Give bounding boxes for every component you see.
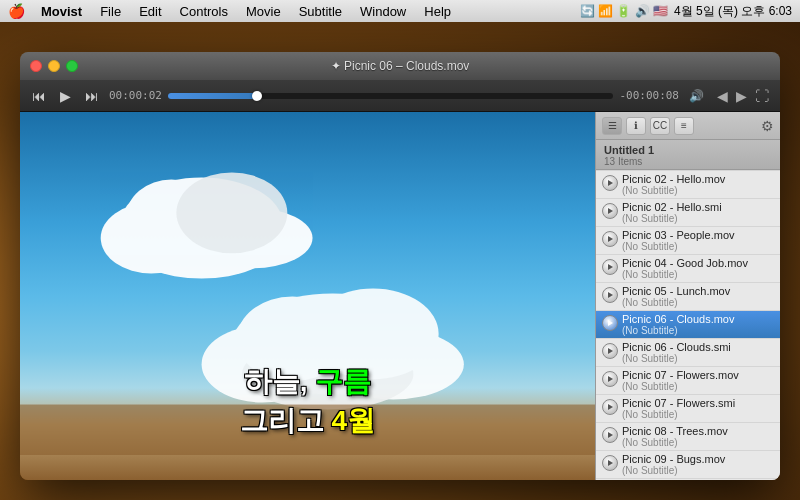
subtitle-line-1: 하늘, 구름 — [20, 362, 595, 401]
menu-controls[interactable]: Controls — [172, 2, 236, 21]
file-subtitle: (No Subtitle) — [622, 185, 774, 196]
sidebar-toolbar: ☰ ℹ CC ≡ ⚙ — [596, 112, 780, 140]
file-name: Picnic 09 - Bugs.mov — [622, 453, 774, 465]
file-subtitle: (No Subtitle) — [622, 269, 774, 280]
play-icon — [608, 320, 613, 326]
play-icon — [608, 180, 613, 186]
file-list-item[interactable]: Picnic 07 - Flowers.smi(No Subtitle) — [596, 395, 780, 423]
play-icon — [608, 264, 613, 270]
file-list-item[interactable]: Picnic 07 - Flowers.mov(No Subtitle) — [596, 367, 780, 395]
controls-bar: ⏮ ▶ ⏭ 00:00:02 -00:00:08 🔊 ◀ ▶ ⛶ — [20, 80, 780, 112]
file-name: Picnic 06 - Clouds.smi — [622, 341, 774, 353]
sidebar-folder-title: Untitled 1 — [604, 144, 772, 156]
file-subtitle: (No Subtitle) — [622, 213, 774, 224]
apple-menu[interactable]: 🍎 — [8, 3, 25, 19]
sidebar-info-btn[interactable]: ℹ — [626, 117, 646, 135]
clock: 4월 5일 (목) 오후 6:03 — [674, 3, 792, 20]
file-list-item[interactable]: Picnic 06 - Clouds.mov(No Subtitle) — [596, 311, 780, 339]
file-icon — [602, 455, 618, 471]
file-list-item[interactable]: Picnic 02 - Hello.smi(No Subtitle) — [596, 199, 780, 227]
menu-subtitle[interactable]: Subtitle — [291, 2, 350, 21]
title-bar: ✦ Picnic 06 – Clouds.mov — [20, 52, 780, 80]
file-list-item[interactable]: Picnic 09 - Bugs.mov(No Subtitle) — [596, 451, 780, 479]
file-name: Picnic 04 - Good Job.mov — [622, 257, 774, 269]
file-list-item[interactable]: Picnic 04 - Good Job.mov(No Subtitle) — [596, 255, 780, 283]
progress-fill — [168, 93, 257, 99]
sidebar-item-count: 13 Items — [604, 156, 772, 167]
play-icon — [608, 432, 613, 438]
nav-arrows: ◀ ▶ ⛶ — [714, 86, 772, 106]
file-subtitle: (No Subtitle) — [622, 465, 774, 476]
subtitle-line-2: 그리고 4월 — [20, 401, 595, 440]
play-icon — [608, 208, 613, 214]
file-icon — [602, 315, 618, 331]
progress-knob[interactable] — [252, 91, 262, 101]
file-list-item[interactable]: Picnic 03 - People.mov(No Subtitle) — [596, 227, 780, 255]
file-subtitle: (No Subtitle) — [622, 409, 774, 420]
play-button[interactable]: ▶ — [56, 86, 75, 106]
time-remaining: -00:00:08 — [619, 89, 679, 102]
main-content: 하늘, 구름 그리고 4월 ☰ ℹ CC ≡ ⚙ — [20, 112, 780, 480]
volume-icon[interactable]: 🔊 — [685, 87, 708, 105]
app-window: ✦ Picnic 06 – Clouds.mov ⏮ ▶ ⏭ 00:00:02 … — [20, 52, 780, 480]
file-subtitle: (No Subtitle) — [622, 241, 774, 252]
file-icon — [602, 399, 618, 415]
file-subtitle: (No Subtitle) — [622, 325, 774, 336]
sidebar-subtitle-btn[interactable]: CC — [650, 117, 670, 135]
file-name: Picnic 06 - Clouds.mov — [622, 313, 774, 325]
time-current: 00:00:02 — [109, 89, 162, 102]
file-list-item[interactable]: Picnic 10 - Softball.mov(No Subtitle) — [596, 479, 780, 480]
file-list[interactable]: Picnic 00 - Morning.mov(No Subtitle)Picn… — [596, 170, 780, 480]
traffic-lights — [30, 60, 78, 72]
file-subtitle: (No Subtitle) — [622, 381, 774, 392]
menu-movie[interactable]: Movie — [238, 2, 289, 21]
sidebar-list-btn[interactable]: ☰ — [602, 117, 622, 135]
skip-forward-button[interactable]: ⏭ — [81, 86, 103, 106]
file-name: Picnic 08 - Trees.mov — [622, 425, 774, 437]
file-icon — [602, 427, 618, 443]
file-subtitle: (No Subtitle) — [622, 297, 774, 308]
menu-window[interactable]: Window — [352, 2, 414, 21]
menu-file[interactable]: File — [92, 2, 129, 21]
subtitle-overlay: 하늘, 구름 그리고 4월 — [20, 362, 595, 440]
file-icon — [602, 259, 618, 275]
nav-left-button[interactable]: ◀ — [714, 86, 731, 106]
window-title: ✦ Picnic 06 – Clouds.mov — [331, 59, 470, 73]
svg-point-5 — [176, 173, 287, 254]
file-list-item[interactable]: Picnic 05 - Lunch.mov(No Subtitle) — [596, 283, 780, 311]
maximize-button[interactable] — [66, 60, 78, 72]
menu-bar: 🍎 Movist File Edit Controls Movie Subtit… — [0, 0, 800, 22]
file-subtitle: (No Subtitle) — [622, 437, 774, 448]
sidebar-header: Untitled 1 13 Items — [596, 140, 780, 170]
file-list-item[interactable]: Picnic 06 - Clouds.smi(No Subtitle) — [596, 339, 780, 367]
file-subtitle: (No Subtitle) — [622, 353, 774, 364]
progress-bar[interactable] — [168, 93, 613, 99]
play-icon — [608, 348, 613, 354]
sidebar-chapters-btn[interactable]: ≡ — [674, 117, 694, 135]
close-button[interactable] — [30, 60, 42, 72]
file-list-item[interactable]: Picnic 08 - Trees.mov(No Subtitle) — [596, 423, 780, 451]
play-icon — [608, 460, 613, 466]
file-icon — [602, 203, 618, 219]
fullscreen-button[interactable]: ⛶ — [752, 86, 772, 106]
file-name: Picnic 02 - Hello.smi — [622, 201, 774, 213]
sidebar-gear-icon[interactable]: ⚙ — [761, 118, 774, 134]
file-name: Picnic 03 - People.mov — [622, 229, 774, 241]
file-icon — [602, 175, 618, 191]
nav-right-button[interactable]: ▶ — [733, 86, 750, 106]
play-icon — [608, 376, 613, 382]
play-icon — [608, 404, 613, 410]
minimize-button[interactable] — [48, 60, 60, 72]
file-name: Picnic 02 - Hello.mov — [622, 173, 774, 185]
file-name: Picnic 07 - Flowers.mov — [622, 369, 774, 381]
menu-movist[interactable]: Movist — [33, 2, 90, 21]
file-list-item[interactable]: Picnic 02 - Hello.mov(No Subtitle) — [596, 171, 780, 199]
file-icon — [602, 231, 618, 247]
file-name: Picnic 07 - Flowers.smi — [622, 397, 774, 409]
menu-edit[interactable]: Edit — [131, 2, 169, 21]
system-icons: 🔄 📶 🔋 🔊 🇺🇸 — [580, 4, 668, 18]
skip-back-button[interactable]: ⏮ — [28, 86, 50, 106]
menu-help[interactable]: Help — [416, 2, 459, 21]
file-icon — [602, 343, 618, 359]
video-area: 하늘, 구름 그리고 4월 — [20, 112, 595, 480]
